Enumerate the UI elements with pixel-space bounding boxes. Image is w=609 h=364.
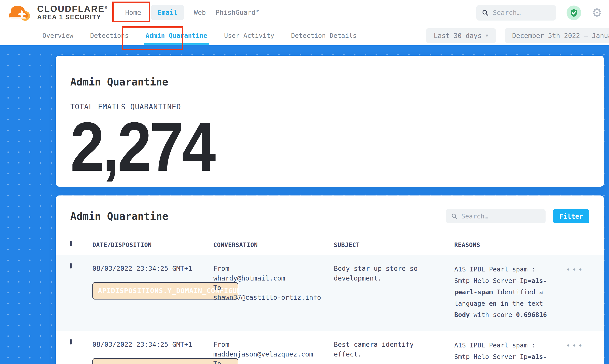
tab-user-activity[interactable]: User Activity [223,26,275,45]
row-subject: Best camera identify effect. [334,340,454,364]
top-nav: Home Email Web PhishGuard™ [125,5,259,20]
to-address: shawn37@castillo-ortiz.info [213,293,325,302]
from-address: maddenjason@velazquez.com [213,350,325,359]
from-address: whardy@hotmail.com [213,273,325,283]
row-date: 08/03/2022 23:34:25 GMT+1 [92,265,192,272]
table-search-input[interactable] [461,212,540,220]
row-subject: Body star up store so development. [334,264,454,321]
email-subnav: Overview Detections Admin Quarantine Use… [0,26,609,45]
from-label: From [213,264,325,273]
date-range-select[interactable]: Last 30 days ▼ [426,28,496,43]
table-search[interactable] [446,209,546,223]
date-range-display[interactable]: December 5th 2022 — January 4th 2023 [505,28,609,43]
row-checkbox[interactable] [70,263,72,269]
tab-detections[interactable]: Detections [89,26,130,45]
column-header-date: DATE/DISPOSITION [92,241,213,248]
quarantine-table-card: Admin Quarantine Filter DATE/DISPOSITION… [56,195,604,364]
column-header-reasons: REASONS [454,241,566,248]
chevron-down-icon: ▼ [486,33,488,38]
row-reasons: A1S IPBL Pearl spam : Smtp-Helo-Server-I… [454,264,566,321]
total-quarantined-value: 2,274 [70,112,214,182]
gear-icon[interactable]: ⚙ [592,7,602,19]
cloudflare-cloud-icon [8,3,34,22]
global-search-input[interactable] [493,9,550,17]
brand-name: CLOUDFLARE® [37,4,108,13]
table-card-title: Admin Quarantine [70,210,446,222]
row-reasons: A1S IPBL Pearl spam : Smtp-Helo-Server-I… [454,340,566,364]
summary-card-title: Admin Quarantine [70,56,589,88]
table-header-row: DATE/DISPOSITION CONVERSATION SUBJECT RE… [70,235,589,255]
tab-detection-details[interactable]: Detection Details [290,26,358,45]
shield-check-icon [569,8,578,17]
nav-item-web[interactable]: Web [194,9,206,16]
nav-item-email[interactable]: Email [151,5,184,20]
cloudflare-logo[interactable]: CLOUDFLARE® AREA 1 SECURITY [8,3,108,22]
row-date: 08/03/2022 23:34:25 GMT+1 [92,341,192,348]
row-actions-button[interactable]: ••• [566,340,585,364]
to-label: To [213,283,325,293]
nav-item-home[interactable]: Home [125,9,141,16]
brand-subtitle: AREA 1 SECURITY [37,13,108,21]
registered-mark: ® [105,6,108,10]
nav-item-phishguard[interactable]: PhishGuard™ [216,9,259,16]
to-label: To [213,359,325,364]
global-search[interactable] [476,5,556,21]
quarantine-summary-card: Admin Quarantine TOTAL EMAILS QUARANTINE… [56,56,604,187]
search-icon [482,9,488,17]
from-label: From [213,340,325,350]
tab-admin-quarantine[interactable]: Admin Quarantine [145,26,208,45]
column-header-subject: SUBJECT [334,241,454,248]
table-row: 08/03/2022 23:34:25 GMT+1 APIDISPOSITION… [56,331,604,364]
row-conversation: From whardy@hotmail.com To shawn37@casti… [213,264,334,321]
search-icon [451,213,457,220]
app-header: CLOUDFLARE® AREA 1 SECURITY Home Email W… [0,0,609,26]
select-all-checkbox[interactable] [70,241,72,246]
column-header-conversation: CONVERSATION [213,241,334,248]
row-checkbox[interactable] [70,339,72,345]
row-conversation: From maddenjason@velazquez.com To bradle… [213,340,334,364]
page-background: Admin Quarantine TOTAL EMAILS QUARANTINE… [0,45,609,364]
filter-button[interactable]: Filter [553,209,589,223]
protection-status-badge[interactable] [567,6,581,20]
tab-overview[interactable]: Overview [41,26,74,45]
table-row: 08/03/2022 23:34:25 GMT+1 APIDISPOSITION… [56,255,604,331]
row-actions-button[interactable]: ••• [566,264,585,321]
